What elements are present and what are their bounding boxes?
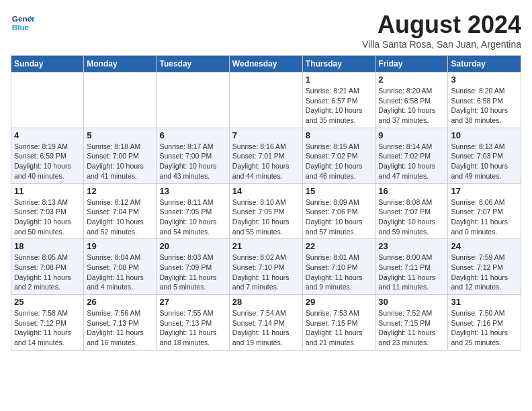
day-info: Sunrise: 8:04 AMSunset: 7:08 PMDaylight:… (87, 253, 153, 292)
day-cell: 6Sunrise: 8:17 AMSunset: 7:00 PMDaylight… (157, 128, 229, 183)
day-cell (11, 73, 84, 128)
week-row-4: 18Sunrise: 8:05 AMSunset: 7:08 PMDayligh… (11, 239, 521, 295)
day-info: Sunrise: 7:58 AMSunset: 7:12 PMDaylight:… (14, 308, 81, 348)
day-cell: 7Sunrise: 8:16 AMSunset: 7:01 PMDaylight… (229, 128, 302, 183)
day-cell: 14Sunrise: 8:10 AMSunset: 7:05 PMDayligh… (229, 183, 302, 239)
day-number: 29 (306, 297, 373, 307)
day-cell: 10Sunrise: 8:13 AMSunset: 7:03 PMDayligh… (448, 128, 521, 183)
day-number: 4 (14, 130, 81, 140)
day-cell: 19Sunrise: 8:04 AMSunset: 7:08 PMDayligh… (84, 239, 157, 295)
svg-text:Blue: Blue (12, 23, 30, 32)
day-number: 9 (378, 130, 445, 140)
day-number: 6 (160, 130, 226, 140)
day-number: 14 (232, 186, 300, 196)
day-number: 22 (306, 241, 373, 251)
day-info: Sunrise: 8:08 AMSunset: 7:07 PMDaylight:… (378, 197, 445, 237)
day-number: 11 (14, 186, 81, 196)
day-info: Sunrise: 7:54 AMSunset: 7:14 PMDaylight:… (232, 308, 300, 348)
day-number: 24 (451, 241, 518, 251)
day-cell: 1Sunrise: 8:21 AMSunset: 6:57 PMDaylight… (302, 73, 375, 128)
day-cell: 24Sunrise: 7:59 AMSunset: 7:12 PMDayligh… (448, 239, 521, 295)
day-cell: 17Sunrise: 8:06 AMSunset: 7:07 PMDayligh… (448, 183, 521, 239)
day-cell: 12Sunrise: 8:12 AMSunset: 7:04 PMDayligh… (84, 183, 157, 239)
day-info: Sunrise: 8:14 AMSunset: 7:02 PMDaylight:… (378, 142, 445, 181)
header-monday: Monday (84, 56, 157, 73)
day-cell: 4Sunrise: 8:19 AMSunset: 6:59 PMDaylight… (11, 128, 84, 183)
day-cell: 3Sunrise: 8:20 AMSunset: 6:58 PMDaylight… (448, 73, 521, 128)
day-info: Sunrise: 7:50 AMSunset: 7:16 PMDaylight:… (451, 308, 518, 348)
day-number: 20 (160, 241, 226, 251)
location: Villa Santa Rosa, San Juan, Argentina (362, 39, 521, 50)
day-number: 13 (160, 186, 226, 196)
day-number: 8 (306, 130, 373, 140)
day-info: Sunrise: 8:06 AMSunset: 7:07 PMDaylight:… (451, 197, 518, 237)
calendar-table: SundayMondayTuesdayWednesdayThursdayFrid… (11, 55, 521, 351)
day-cell: 5Sunrise: 8:18 AMSunset: 7:00 PMDaylight… (84, 128, 157, 183)
day-cell: 21Sunrise: 8:02 AMSunset: 7:10 PMDayligh… (229, 239, 302, 295)
day-info: Sunrise: 7:53 AMSunset: 7:15 PMDaylight:… (306, 308, 373, 348)
day-info: Sunrise: 7:59 AMSunset: 7:12 PMDaylight:… (451, 253, 518, 292)
day-number: 30 (378, 297, 445, 307)
day-info: Sunrise: 8:20 AMSunset: 6:58 PMDaylight:… (451, 86, 518, 126)
day-number: 23 (378, 241, 445, 251)
day-number: 18 (14, 241, 81, 251)
day-cell: 27Sunrise: 7:55 AMSunset: 7:13 PMDayligh… (157, 295, 229, 351)
day-info: Sunrise: 8:03 AMSunset: 7:09 PMDaylight:… (160, 253, 226, 292)
day-cell: 13Sunrise: 8:11 AMSunset: 7:05 PMDayligh… (157, 183, 229, 239)
day-info: Sunrise: 8:20 AMSunset: 6:58 PMDaylight:… (378, 86, 445, 126)
title-block: August 2024 Villa Santa Rosa, San Juan, … (362, 11, 521, 50)
day-cell: 15Sunrise: 8:09 AMSunset: 7:06 PMDayligh… (302, 183, 375, 239)
day-cell: 11Sunrise: 8:13 AMSunset: 7:03 PMDayligh… (11, 183, 84, 239)
day-number: 15 (306, 186, 373, 196)
day-info: Sunrise: 7:52 AMSunset: 7:15 PMDaylight:… (378, 308, 445, 348)
day-cell: 20Sunrise: 8:03 AMSunset: 7:09 PMDayligh… (157, 239, 229, 295)
day-info: Sunrise: 8:01 AMSunset: 7:10 PMDaylight:… (306, 253, 373, 292)
day-info: Sunrise: 8:11 AMSunset: 7:05 PMDaylight:… (160, 197, 226, 237)
day-cell: 2Sunrise: 8:20 AMSunset: 6:58 PMDaylight… (375, 73, 448, 128)
day-cell: 22Sunrise: 8:01 AMSunset: 7:10 PMDayligh… (302, 239, 375, 295)
day-cell: 31Sunrise: 7:50 AMSunset: 7:16 PMDayligh… (448, 295, 521, 351)
day-info: Sunrise: 8:15 AMSunset: 7:02 PMDaylight:… (306, 142, 373, 181)
day-number: 21 (232, 241, 300, 251)
calendar-header-row: SundayMondayTuesdayWednesdayThursdayFrid… (11, 56, 521, 73)
day-info: Sunrise: 8:10 AMSunset: 7:05 PMDaylight:… (232, 197, 300, 237)
day-number: 25 (14, 297, 81, 307)
day-number: 26 (87, 297, 153, 307)
day-info: Sunrise: 7:56 AMSunset: 7:13 PMDaylight:… (87, 308, 153, 348)
day-number: 5 (87, 130, 153, 140)
header-saturday: Saturday (448, 56, 521, 73)
week-row-5: 25Sunrise: 7:58 AMSunset: 7:12 PMDayligh… (11, 295, 521, 351)
month-title: August 2024 (362, 11, 521, 39)
day-cell (157, 73, 229, 128)
day-number: 31 (451, 297, 518, 307)
logo: General Blue (11, 11, 35, 35)
page-header: General Blue August 2024 Villa Santa Ros… (11, 11, 521, 50)
day-info: Sunrise: 8:02 AMSunset: 7:10 PMDaylight:… (232, 253, 300, 292)
day-number: 27 (160, 297, 226, 307)
day-info: Sunrise: 7:55 AMSunset: 7:13 PMDaylight:… (160, 308, 226, 348)
day-info: Sunrise: 8:00 AMSunset: 7:11 PMDaylight:… (378, 253, 445, 292)
day-cell (229, 73, 302, 128)
day-cell (84, 73, 157, 128)
header-sunday: Sunday (11, 56, 84, 73)
header-wednesday: Wednesday (229, 56, 302, 73)
day-info: Sunrise: 8:17 AMSunset: 7:00 PMDaylight:… (160, 142, 226, 181)
day-number: 17 (451, 186, 518, 196)
day-cell: 25Sunrise: 7:58 AMSunset: 7:12 PMDayligh… (11, 295, 84, 351)
header-thursday: Thursday (302, 56, 375, 73)
day-number: 28 (232, 297, 300, 307)
day-info: Sunrise: 8:18 AMSunset: 7:00 PMDaylight:… (87, 142, 153, 181)
day-cell: 16Sunrise: 8:08 AMSunset: 7:07 PMDayligh… (375, 183, 448, 239)
week-row-2: 4Sunrise: 8:19 AMSunset: 6:59 PMDaylight… (11, 128, 521, 183)
day-cell: 30Sunrise: 7:52 AMSunset: 7:15 PMDayligh… (375, 295, 448, 351)
day-cell: 26Sunrise: 7:56 AMSunset: 7:13 PMDayligh… (84, 295, 157, 351)
day-cell: 28Sunrise: 7:54 AMSunset: 7:14 PMDayligh… (229, 295, 302, 351)
day-info: Sunrise: 8:19 AMSunset: 6:59 PMDaylight:… (14, 142, 81, 181)
day-number: 19 (87, 241, 153, 251)
day-number: 10 (451, 130, 518, 140)
header-friday: Friday (375, 56, 448, 73)
week-row-1: 1Sunrise: 8:21 AMSunset: 6:57 PMDaylight… (11, 73, 521, 128)
day-info: Sunrise: 8:12 AMSunset: 7:04 PMDaylight:… (87, 197, 153, 237)
day-number: 3 (451, 75, 518, 85)
day-number: 12 (87, 186, 153, 196)
